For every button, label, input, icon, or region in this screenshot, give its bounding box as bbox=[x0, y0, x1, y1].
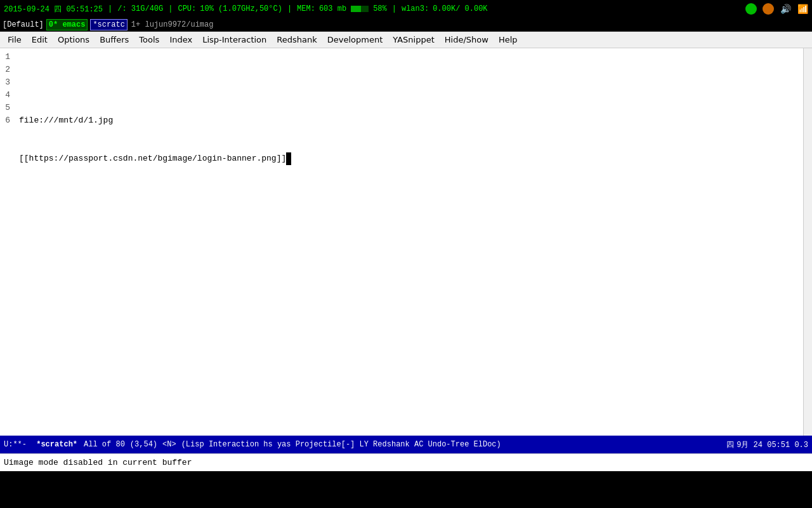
menu-redshank[interactable]: Redshank bbox=[272, 34, 322, 46]
mem-value: 603 mb bbox=[319, 4, 346, 13]
editor-line-5 bbox=[19, 229, 798, 241]
buffer-name: *scratch* bbox=[36, 440, 77, 449]
system-tray: 🔊 📶 bbox=[744, 3, 808, 15]
buffer-state: U:**- bbox=[4, 440, 27, 449]
line-numbers: 1 2 3 4 5 6 bbox=[0, 48, 14, 436]
editor-line-2: file:///mnt/d/1.jpg bbox=[19, 114, 798, 127]
bottom-datetime: 9月 24 05:51 0.3 bbox=[737, 439, 808, 450]
menu-development[interactable]: Development bbox=[322, 34, 388, 46]
spacer1 bbox=[29, 440, 34, 449]
mem-label: MEM: bbox=[297, 4, 315, 13]
menu-options[interactable]: Options bbox=[53, 34, 95, 46]
default-label: [Default] bbox=[3, 20, 44, 29]
uimag-buffer-tag[interactable]: 1+ lujun9972/uimag bbox=[131, 20, 214, 29]
menu-bar: File Edit Options Buffers Tools Index Li… bbox=[0, 32, 812, 48]
menu-file[interactable]: File bbox=[3, 34, 27, 46]
system-top-bar: 2015-09-24 四 05:51:25 | /: 31G/40G | CPU… bbox=[0, 0, 812, 18]
mem-bar bbox=[351, 6, 369, 12]
tray-icon-green bbox=[745, 3, 757, 15]
scrollbar[interactable] bbox=[803, 48, 812, 436]
major-modes: (Lisp Interaction hs yas Projectile[-] L… bbox=[181, 440, 727, 449]
emacs-buffer-tag[interactable]: 0* emacs bbox=[46, 19, 88, 30]
editor-content[interactable]: file:///mnt/d/1.jpg [[https://passport.c… bbox=[14, 48, 803, 436]
mem-pct: 58% bbox=[373, 4, 387, 13]
line-num-3: 3 bbox=[4, 76, 10, 89]
line-num-4: 4 bbox=[4, 89, 10, 102]
cpu-value: 10% (1.07GHz,50°C) bbox=[200, 4, 282, 13]
menu-index[interactable]: Index bbox=[164, 34, 197, 46]
text-cursor bbox=[286, 152, 291, 165]
line-num-1: 1 bbox=[4, 51, 10, 64]
line-num-2: 2 bbox=[4, 64, 10, 76]
line-num-6: 6 bbox=[4, 114, 10, 127]
disk-usage: /: 31G/40G bbox=[117, 4, 163, 13]
menu-edit[interactable]: Edit bbox=[27, 34, 53, 46]
wifi-icon: 📶 bbox=[797, 4, 808, 15]
net-label: wlan3: bbox=[402, 4, 429, 13]
editor-line-1 bbox=[19, 76, 798, 89]
audio-icon: 🔊 bbox=[780, 4, 791, 15]
line-num-5: 5 bbox=[4, 102, 10, 114]
editor-area[interactable]: 1 2 3 4 5 6 file:///mnt/d/1.jpg [[https:… bbox=[0, 48, 812, 436]
cpu-label: CPU: bbox=[178, 4, 196, 13]
mode-tag: <N> bbox=[162, 440, 176, 449]
editor-line-3: [[https://passport.csdn.net/bgimage/logi… bbox=[19, 152, 798, 165]
editor-line-4 bbox=[19, 190, 798, 203]
scratch-buffer-tag[interactable]: *scratc bbox=[90, 19, 127, 30]
menu-hideshow[interactable]: Hide/Show bbox=[440, 34, 494, 46]
position-info: All of 80 bbox=[84, 440, 125, 449]
menu-lisp-interaction[interactable]: Lisp-Interaction bbox=[197, 34, 272, 46]
buffer-list-bar: [Default] 0* emacs *scratc 1+ lujun9972/… bbox=[0, 18, 812, 32]
net-value: 0.00K/ 0.00K bbox=[433, 4, 487, 13]
dow-icon: 四 bbox=[726, 439, 734, 450]
echo-area: Uimage mode disabled in current buffer bbox=[0, 453, 812, 471]
editor-line-6 bbox=[19, 267, 798, 279]
echo-message: Uimage mode disabled in current buffer bbox=[4, 458, 192, 467]
menu-help[interactable]: Help bbox=[494, 34, 523, 46]
mem-bar-fill bbox=[351, 6, 361, 12]
menu-tools[interactable]: Tools bbox=[134, 34, 164, 46]
bottom-mode-line: U:**- *scratch* All of 80 (3,54) <N> (Li… bbox=[0, 436, 812, 453]
system-info-left: 2015-09-24 四 05:51:25 | /: 31G/40G | CPU… bbox=[4, 4, 744, 15]
menu-buffers[interactable]: Buffers bbox=[95, 34, 134, 46]
tray-icon-orange bbox=[763, 3, 774, 15]
datetime-display: 2015-09-24 四 05:51:25 bbox=[4, 4, 103, 15]
line-col-info: (3,54) bbox=[130, 440, 157, 449]
menu-yasnippet[interactable]: YASnippet bbox=[388, 34, 440, 46]
